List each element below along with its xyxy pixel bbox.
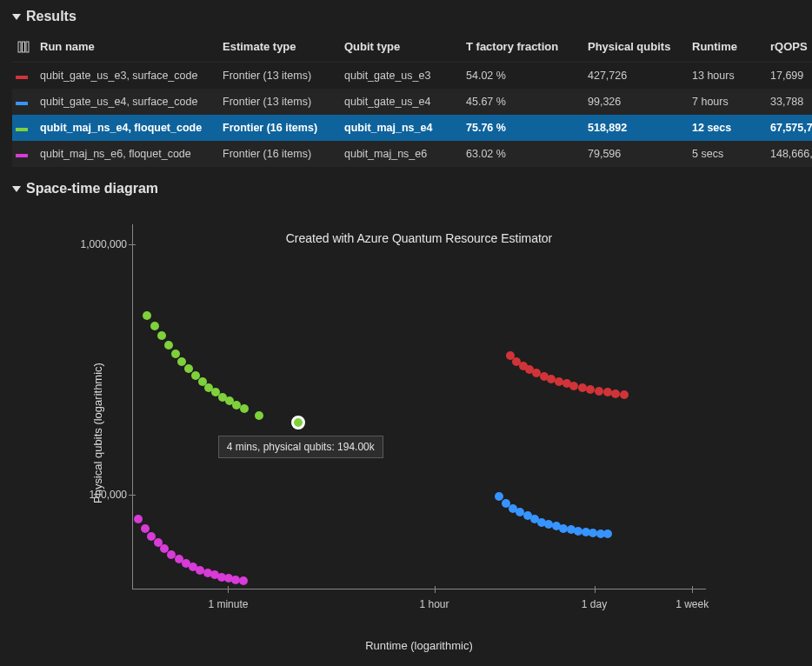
- data-point[interactable]: [157, 331, 166, 340]
- data-point[interactable]: [578, 383, 587, 392]
- row-swatch-cell: [12, 89, 35, 115]
- svg-rect-1: [23, 42, 25, 52]
- data-point[interactable]: [603, 529, 612, 538]
- cell-est: Frontier (13 items): [217, 63, 339, 90]
- highlighted-point[interactable]: [291, 416, 305, 430]
- cell-rqops: 148,666,667: [765, 141, 812, 167]
- data-point[interactable]: [603, 388, 612, 396]
- cell-rt: 7 hours: [687, 89, 765, 115]
- y-tick-label: 100,000: [23, 489, 127, 501]
- cell-run: qubit_gate_us_e3, surface_code: [35, 63, 217, 90]
- cell-run: qubit_gate_us_e4, surface_code: [35, 89, 217, 115]
- col-pq[interactable]: Physical qubits: [582, 31, 687, 63]
- caret-down-icon: [12, 186, 21, 192]
- svg-rect-0: [18, 42, 21, 52]
- tooltip: 4 mins, physical qubits: 194.00k: [218, 436, 383, 458]
- cell-rqops: 17,699: [765, 63, 812, 90]
- cell-pq: 518,892: [582, 115, 687, 141]
- data-point[interactable]: [239, 576, 248, 585]
- data-point[interactable]: [164, 341, 173, 350]
- data-point[interactable]: [611, 390, 620, 398]
- data-point[interactable]: [134, 515, 143, 523]
- data-point[interactable]: [171, 350, 180, 358]
- results-header[interactable]: Results: [0, 0, 812, 31]
- cell-est: Frontier (16 items): [217, 141, 339, 167]
- row-swatch-cell: [12, 141, 35, 167]
- cell-run: qubit_maj_ns_e6, floquet_code: [35, 141, 217, 167]
- cell-rt: 13 hours: [687, 63, 765, 90]
- x-tick-label: 1 day: [582, 598, 607, 610]
- cell-pq: 99,326: [582, 89, 687, 115]
- spacetime-header[interactable]: Space-time diagram: [0, 172, 812, 203]
- cell-est: Frontier (16 items): [217, 115, 339, 141]
- table-row[interactable]: qubit_maj_ns_e6, floquet_codeFrontier (1…: [12, 141, 812, 167]
- cell-run: qubit_maj_ns_e4, floquet_code: [35, 115, 217, 141]
- cell-tfrac: 45.67 %: [461, 89, 582, 115]
- row-swatch-cell: [12, 63, 35, 90]
- caret-down-icon: [12, 14, 21, 20]
- data-point[interactable]: [143, 311, 151, 320]
- cell-rqops: 67,575,758: [765, 115, 812, 141]
- x-tick-label: 1 week: [676, 598, 709, 610]
- cell-qtype: qubit_gate_us_e3: [339, 63, 461, 90]
- cell-tfrac: 63.02 %: [461, 141, 582, 167]
- cell-rt: 5 secs: [687, 141, 765, 167]
- columns-icon: [17, 41, 30, 53]
- cell-qtype: qubit_gate_us_e4: [339, 89, 461, 115]
- cell-qtype: qubit_maj_ns_e6: [339, 141, 461, 167]
- cell-rqops: 33,788: [765, 89, 812, 115]
- col-tfrac[interactable]: T factory fraction: [461, 31, 582, 63]
- y-tick-label: 1,000,000: [23, 238, 127, 250]
- cell-tfrac: 75.76 %: [461, 115, 582, 141]
- data-point[interactable]: [595, 387, 603, 396]
- table-row[interactable]: qubit_gate_us_e4, surface_codeFrontier (…: [12, 89, 812, 115]
- data-point[interactable]: [150, 322, 159, 330]
- spacetime-title: Space-time diagram: [26, 181, 158, 196]
- col-qtype[interactable]: Qubit type: [339, 31, 461, 63]
- col-est[interactable]: Estimate type: [217, 31, 339, 63]
- data-point[interactable]: [495, 492, 503, 501]
- data-point[interactable]: [620, 390, 629, 399]
- x-tick-label: 1 minute: [208, 598, 248, 610]
- x-tick-label: 1 hour: [419, 598, 449, 610]
- swatch-column-header[interactable]: [12, 31, 35, 63]
- data-point[interactable]: [255, 411, 263, 420]
- cell-tfrac: 54.02 %: [461, 63, 582, 90]
- data-point[interactable]: [141, 524, 150, 533]
- series-swatch-icon: [16, 128, 28, 131]
- svg-rect-2: [26, 42, 29, 52]
- series-swatch-icon: [16, 102, 28, 105]
- y-axis-label: Physical qubits (logarithmic): [91, 363, 104, 503]
- col-rqops[interactable]: rQOPS: [765, 31, 812, 63]
- table-header-row: Run name Estimate type Qubit type T fact…: [12, 31, 812, 63]
- col-run[interactable]: Run name: [35, 31, 217, 63]
- chart-box[interactable]: Created with Azure Quantum Resource Esti…: [17, 207, 730, 659]
- cell-pq: 427,726: [582, 63, 687, 90]
- data-point[interactable]: [240, 404, 249, 413]
- row-swatch-cell: [12, 115, 35, 141]
- data-point[interactable]: [586, 385, 595, 394]
- results-title: Results: [26, 9, 77, 24]
- plot-region: [132, 224, 706, 589]
- cell-est: Frontier (13 items): [217, 89, 339, 115]
- table-row[interactable]: qubit_maj_ns_e4, floquet_codeFrontier (1…: [12, 115, 812, 141]
- results-panel: Run name Estimate type Qubit type T fact…: [0, 31, 812, 172]
- data-point[interactable]: [177, 357, 186, 366]
- results-table: Run name Estimate type Qubit type T fact…: [12, 31, 812, 167]
- cell-rt: 12 secs: [687, 115, 765, 141]
- cell-pq: 79,596: [582, 141, 687, 167]
- cell-qtype: qubit_maj_ns_e4: [339, 115, 461, 141]
- table-row[interactable]: qubit_gate_us_e3, surface_codeFrontier (…: [12, 63, 812, 90]
- series-swatch-icon: [16, 76, 28, 79]
- series-swatch-icon: [16, 154, 28, 157]
- x-axis-label: Runtime (logarithmic): [132, 639, 706, 652]
- chart-panel: Created with Azure Quantum Resource Esti…: [0, 207, 812, 659]
- col-rt[interactable]: Runtime: [687, 31, 765, 63]
